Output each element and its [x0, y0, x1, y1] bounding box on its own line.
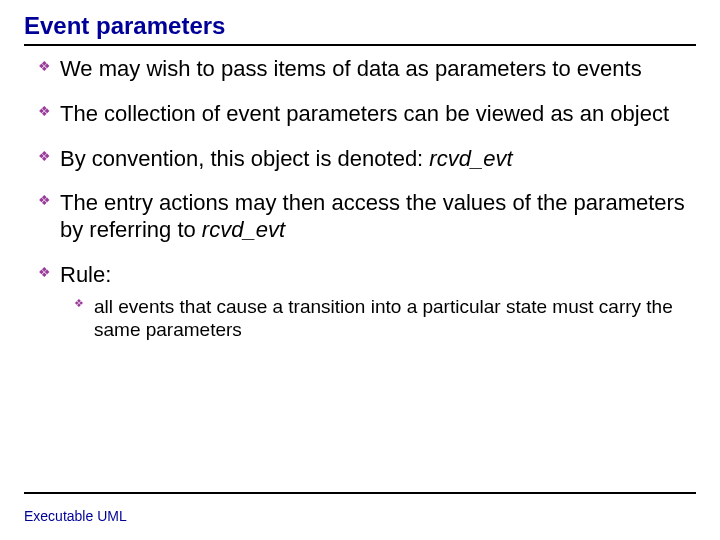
bullet-text: By convention, this object is denoted: — [60, 146, 429, 171]
sub-bullet-text: all events that cause a transition into … — [94, 296, 673, 340]
footer-text: Executable UML — [24, 508, 127, 524]
bullet-list: We may wish to pass items of data as par… — [24, 56, 696, 341]
sub-bullet-list: all events that cause a transition into … — [60, 295, 692, 341]
bullet-item: The collection of event parameters can b… — [38, 101, 692, 128]
slide: Event parameters We may wish to pass ite… — [0, 0, 720, 540]
slide-title: Event parameters — [24, 12, 696, 40]
bullet-text: The entry actions may then access the va… — [60, 190, 685, 242]
bullet-emphasis: rcvd_evt — [429, 146, 512, 171]
bullet-text: We may wish to pass items of data as par… — [60, 56, 642, 81]
footer-divider — [24, 492, 696, 494]
bullet-item: By convention, this object is denoted: r… — [38, 146, 692, 173]
sub-bullet-item: all events that cause a transition into … — [74, 295, 692, 341]
bullet-item: Rule: all events that cause a transition… — [38, 262, 692, 341]
bullet-text: The collection of event parameters can b… — [60, 101, 669, 126]
bullet-item: We may wish to pass items of data as par… — [38, 56, 692, 83]
title-divider — [24, 44, 696, 46]
bullet-item: The entry actions may then access the va… — [38, 190, 692, 244]
bullet-text: Rule: — [60, 262, 111, 287]
bullet-emphasis: rcvd_evt — [202, 217, 285, 242]
